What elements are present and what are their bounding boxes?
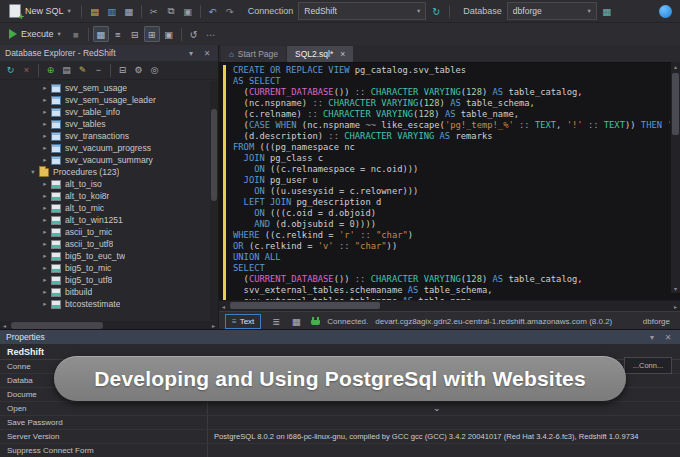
code-line[interactable]: WHERE ((c.relkind = 'r' :: "char") — [233, 230, 670, 241]
tree-item[interactable]: ▸bitbuild — [0, 286, 218, 298]
chevron-right-icon[interactable]: ▸ — [40, 216, 50, 224]
chevron-right-icon[interactable]: ▸ — [40, 228, 50, 236]
chevron-right-icon[interactable]: ▸ — [40, 192, 50, 200]
search-icon[interactable]: ◎ — [147, 63, 162, 78]
chevron-right-icon[interactable]: ▸ — [40, 132, 50, 140]
chevron-down-icon[interactable]: ▾ — [646, 333, 658, 342]
collapse-all-icon[interactable]: ⊟ — [115, 63, 130, 78]
chevron-right-icon[interactable]: ▸ — [40, 156, 50, 164]
tree-item[interactable]: ▸big5_to_mic — [0, 262, 218, 274]
scroll-left-icon[interactable]: ◂ — [219, 303, 228, 310]
new-connection-icon[interactable]: ⊕ — [43, 63, 58, 78]
refresh-icon[interactable]: ↻ — [3, 63, 18, 78]
split-horizontal-toggle[interactable]: ⊟ — [127, 26, 143, 42]
cut-icon[interactable]: ✂ — [146, 3, 162, 19]
tree-item[interactable]: ▸alt_to_koi8r — [0, 190, 218, 202]
results-text-toggle[interactable]: ≡ — [110, 26, 126, 42]
paste-icon[interactable]: ▣ — [180, 3, 196, 19]
pin-results-toggle[interactable]: ▣ — [161, 26, 177, 42]
new-database-icon[interactable]: ▦ — [599, 3, 615, 19]
code-line[interactable]: OR (c.relkind = 'v' :: "char")) — [233, 241, 670, 252]
code-line[interactable]: (CASE WHEN (nc.nspname ~~ like_escape('p… — [233, 120, 670, 131]
tree-item[interactable]: ▾Procedures (123) — [0, 166, 218, 178]
code-line[interactable]: (c.relname) :: CHARACTER VARYING(128) AS… — [233, 109, 670, 120]
code-line[interactable]: FROM (((pg_namespace nc — [233, 142, 670, 153]
code-line[interactable]: SELECT — [233, 263, 670, 274]
delete-icon[interactable]: − — [91, 63, 106, 78]
tree-scrollbar[interactable] — [210, 81, 218, 320]
tree-item[interactable]: ▸alt_to_mic — [0, 202, 218, 214]
tree-item[interactable]: ▸ascii_to_utf8 — [0, 238, 218, 250]
code-line[interactable]: ON ((c.relnamespace = nc.oid))) — [233, 164, 670, 175]
property-value[interactable]: ⌄ — [208, 402, 680, 415]
property-value[interactable] — [208, 444, 680, 457]
redo-icon[interactable]: ↷ — [222, 3, 238, 19]
code-line[interactable]: (CURRENT_DATABASE()) :: CHARACTER VARYIN… — [233, 274, 670, 285]
code-line[interactable]: CREATE OR REPLACE VIEW pg_catalog.svv_ta… — [233, 65, 670, 76]
scrollbar-thumb[interactable] — [230, 302, 380, 309]
text-mode-button[interactable]: ≡ Text — [225, 314, 261, 329]
editor-v-scrollbar[interactable]: ▴ ▾ — [671, 62, 680, 293]
scroll-left-icon[interactable]: ◂ — [0, 322, 9, 329]
scroll-right-icon[interactable]: ▸ — [209, 322, 218, 329]
statusbar-database[interactable]: dbforge — [643, 317, 674, 326]
code-line[interactable]: ON ((u.usesysid = c.relowner))) — [233, 186, 670, 197]
tree-item[interactable]: ▸svv_table_info — [0, 106, 218, 118]
chevron-right-icon[interactable]: ▸ — [40, 84, 50, 92]
property-row[interactable]: Server VersionPostgreSQL 8.0.2 on i686-p… — [0, 430, 680, 444]
save-all-icon[interactable]: ▦ — [121, 3, 137, 19]
chevron-right-icon[interactable]: ▸ — [40, 288, 50, 296]
messages-icon[interactable]: ≣ — [268, 313, 284, 329]
database-select[interactable]: dbforge ▾ — [507, 2, 597, 20]
chevron-right-icon[interactable]: ▸ — [40, 120, 50, 128]
code-line[interactable]: UNION ALL — [233, 252, 670, 263]
chevron-right-icon[interactable]: ▸ — [40, 276, 50, 284]
scroll-down-icon[interactable]: ▾ — [671, 285, 680, 292]
property-value[interactable]: PostgreSQL 8.0.2 on i686-pc-linux-gnu, c… — [208, 430, 680, 443]
code-line[interactable]: LEFT JOIN pg_description d — [233, 197, 670, 208]
chevron-right-icon[interactable]: ▸ — [40, 300, 50, 308]
scroll-right-icon[interactable]: ▸ — [671, 303, 680, 310]
chevron-down-icon[interactable]: ▾ — [28, 168, 38, 176]
more-icon[interactable]: ⋯ — [203, 26, 219, 42]
options-icon[interactable]: ⚙ — [131, 63, 146, 78]
scrollbar-thumb[interactable] — [11, 322, 103, 329]
editor-h-scrollbar[interactable]: ◂ ▸ — [219, 300, 680, 311]
pin-icon[interactable]: ▾ — [185, 49, 197, 58]
connection-select[interactable]: RedShift ▾ — [298, 2, 426, 20]
tree-item[interactable]: ▸svv_transactions — [0, 130, 218, 142]
chevron-right-icon[interactable]: ▸ — [40, 108, 50, 116]
chevron-right-icon[interactable]: ▸ — [40, 264, 50, 272]
close-icon[interactable]: ✕ — [201, 49, 213, 58]
refresh-connection-icon[interactable]: ↻ — [428, 3, 444, 19]
chevron-right-icon[interactable]: ▸ — [40, 96, 50, 104]
grid-view-icon[interactable]: ▦ — [288, 313, 304, 329]
code-line[interactable]: AND (d.objsubid = 0)))) — [233, 219, 670, 230]
tab-sql2[interactable]: SQL2.sql*× — [287, 46, 353, 62]
tree-item[interactable]: ▸svv_tables — [0, 118, 218, 130]
scroll-up-icon[interactable]: ▴ — [671, 63, 680, 70]
code-line[interactable]: (CURRENT_DATABASE()) :: CHARACTER VARYIN… — [233, 87, 670, 98]
stop-icon[interactable]: ■ — [68, 26, 84, 42]
tree-item[interactable]: ▸btcostestimate — [0, 298, 218, 310]
execute-button[interactable]: Execute ▾ — [4, 25, 66, 43]
chevron-right-icon[interactable]: ▸ — [40, 252, 50, 260]
split-vertical-toggle[interactable]: ⊞ — [144, 26, 160, 42]
scrollbar-thumb[interactable] — [672, 73, 679, 135]
scrollbar-thumb[interactable] — [211, 109, 217, 201]
code-line[interactable]: (nc.nspname) :: CHARACTER VARYING(128) A… — [233, 98, 670, 109]
tree-item[interactable]: ▸alt_to_iso — [0, 178, 218, 190]
tree-item[interactable]: ▸alt_to_win1251 — [0, 214, 218, 226]
undo-icon[interactable]: ↶ — [205, 3, 221, 19]
new-sql-icon[interactable]: ▤ — [59, 63, 74, 78]
property-row[interactable]: Open⌄ — [0, 402, 680, 416]
code-line[interactable]: ON (((c.oid = d.objoid) — [233, 208, 670, 219]
disconnect-icon[interactable]: × — [19, 63, 34, 78]
chevron-down-icon[interactable]: ⌄ — [433, 402, 441, 414]
tree-item[interactable]: ▸big5_to_utf8 — [0, 274, 218, 286]
chevron-right-icon[interactable]: ▸ — [40, 144, 50, 152]
tree-item[interactable]: ▸big5_to_euc_tw — [0, 250, 218, 262]
tree-item[interactable]: ▸ascii_to_mic — [0, 226, 218, 238]
query-history-icon[interactable]: ↺ — [186, 26, 202, 42]
code-line[interactable]: JOIN pg_class c — [233, 153, 670, 164]
